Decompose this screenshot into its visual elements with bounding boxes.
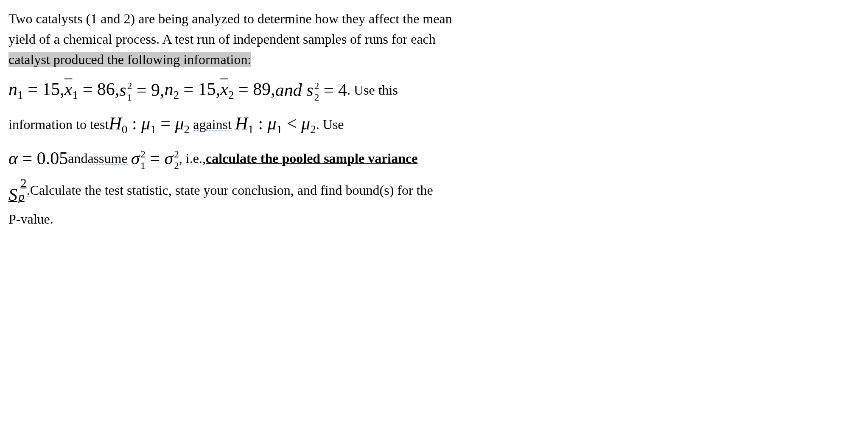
stats-trailing: . Use this	[347, 80, 398, 100]
use-text: . Use	[316, 114, 344, 135]
intro-text: Two catalysts (1 and 2) are being analyz…	[8, 8, 772, 70]
calc-rest: Calculate the test statistic, state your…	[30, 180, 433, 200]
sp-squared: 2 S p	[8, 178, 27, 202]
s2sq-expr: s22 = 4	[302, 77, 347, 104]
n1-expr: n1 = 15,	[8, 76, 64, 104]
sp-line: 2 S p . Calculate the test statistic, st…	[8, 178, 772, 202]
h1-expr: H1 : μ1 < μ2	[235, 110, 316, 138]
intro-line-2: yield of a chemical process. A test run …	[8, 31, 436, 47]
problem-statement: Two catalysts (1 and 2) are being analyz…	[8, 8, 772, 229]
ie-text: , i.e.,	[179, 148, 206, 168]
h0-expr: H0 : μ1 = μ2	[109, 110, 190, 138]
calculate-pooled: calculate the pooled sample variance	[206, 148, 417, 168]
sample-statistics: n1 = 15, x1 = 86, s21 = 9, n2 = 15, x2 =…	[8, 76, 772, 104]
n2-expr: n2 = 15,	[164, 76, 220, 104]
alpha-expr: α = 0.05	[8, 145, 68, 172]
sp-dot: .	[27, 180, 30, 200]
and-text-2: and	[68, 148, 87, 168]
against-text: against	[190, 114, 235, 135]
sigma-eq-expr: σ21 = σ22	[131, 145, 179, 172]
and-text: and	[275, 77, 302, 104]
alpha-line: α = 0.05 and assume σ21 = σ22 , i.e., ca…	[8, 145, 772, 172]
hypothesis-line: information to test H0 : μ1 = μ2 against…	[8, 110, 772, 138]
info-to-test: information to test	[8, 114, 109, 135]
xbar2-expr: x2 = 89,	[220, 76, 275, 104]
intro-line-1: Two catalysts (1 and 2) are being analyz…	[8, 11, 452, 26]
s1sq-expr: s21 = 9,	[119, 77, 164, 104]
pvalue-line: P-value.	[8, 209, 772, 229]
xbar1-expr: x1 = 86,	[64, 76, 120, 104]
assume-text: assume	[87, 148, 127, 168]
intro-highlighted: catalyst produced the following informat…	[8, 52, 251, 67]
